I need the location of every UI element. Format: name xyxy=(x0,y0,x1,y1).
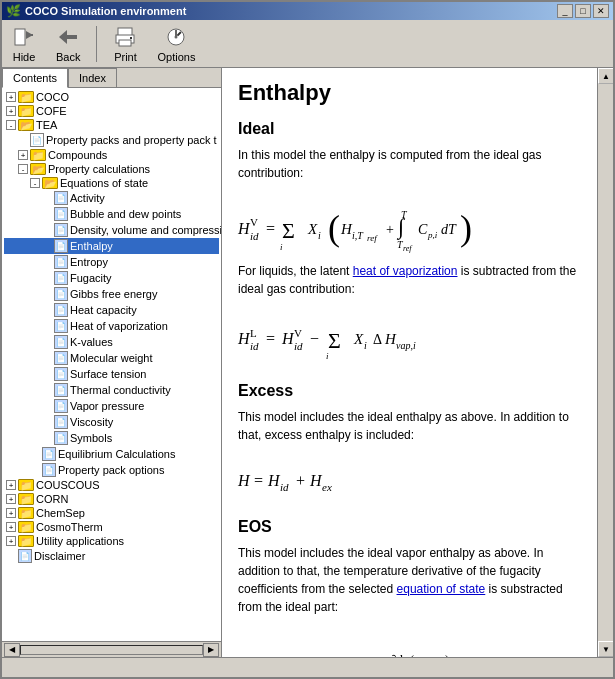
tree-label: Compounds xyxy=(48,149,107,161)
tree-item-corn[interactable]: + 📁 CORN xyxy=(4,492,219,506)
tree-item-property-calc[interactable]: - 📂 Property calculations xyxy=(4,162,219,176)
tree-item-density[interactable]: 📄 Density, volume and compressi xyxy=(4,222,219,238)
page-icon: 📄 xyxy=(18,549,32,563)
tree-item-heat-cap[interactable]: 📄 Heat capacity xyxy=(4,302,219,318)
svg-text:id: id xyxy=(280,481,289,493)
expand-icon[interactable]: + xyxy=(6,106,16,116)
page-icon: 📄 xyxy=(54,431,68,445)
page-icon: 📄 xyxy=(54,351,68,365)
tree-item-coco[interactable]: + 📁 COCO xyxy=(4,90,219,104)
tree-item-cofe[interactable]: + 📁 COFE xyxy=(4,104,219,118)
scroll-track[interactable] xyxy=(598,84,613,641)
tree-item-compounds[interactable]: + 📁 Compounds xyxy=(4,148,219,162)
section-eos-text: This model includes the ideal vapor enth… xyxy=(238,544,581,616)
toolbar-separator xyxy=(96,26,97,62)
expand-icon[interactable]: + xyxy=(6,522,16,532)
svg-text:id: id xyxy=(294,340,303,352)
page-icon: 📄 xyxy=(54,383,68,397)
svg-text:dT: dT xyxy=(441,222,457,237)
tree-item-chemsep[interactable]: + 📁 ChemSep xyxy=(4,506,219,520)
tree-item-eos[interactable]: - 📂 Equations of state xyxy=(4,176,219,190)
hscroll-right[interactable]: ▶ xyxy=(203,643,219,657)
tree-item-vapor-pressure[interactable]: 📄 Vapor pressure xyxy=(4,398,219,414)
expand-icon[interactable]: + xyxy=(6,508,16,518)
tree-label: Fugacity xyxy=(70,272,112,284)
tree-item-disclaimer[interactable]: 📄 Disclaimer xyxy=(4,548,219,564)
folder-icon: 📁 xyxy=(18,535,34,547)
hide-button[interactable]: Hide xyxy=(6,23,42,65)
folder-icon: 📂 xyxy=(30,163,46,175)
svg-text:i: i xyxy=(280,242,283,252)
tree-item-property-packs[interactable]: 📄 Property packs and property pack t xyxy=(4,132,219,148)
tree-item-mol-weight[interactable]: 📄 Molecular weight xyxy=(4,350,219,366)
tree-item-utility-apps[interactable]: + 📁 Utility applications xyxy=(4,534,219,548)
tree-item-heat-vap[interactable]: 📄 Heat of vaporization xyxy=(4,318,219,334)
tree-item-tea[interactable]: - 📂 TEA xyxy=(4,118,219,132)
tree-item-symbols[interactable]: 📄 Symbols xyxy=(4,430,219,446)
expand-icon[interactable]: + xyxy=(6,92,16,102)
tree-label: Heat of vaporization xyxy=(70,320,168,332)
tree-label: Activity xyxy=(70,192,105,204)
page-icon: 📄 xyxy=(42,447,56,461)
expand-icon[interactable]: - xyxy=(18,164,28,174)
expand-icon[interactable]: - xyxy=(30,178,40,188)
maximize-button[interactable]: □ xyxy=(575,4,591,18)
tree-item-cosmotherm[interactable]: + 📁 CosmoTherm xyxy=(4,520,219,534)
back-button[interactable]: Back xyxy=(50,23,86,65)
folder-icon: 📂 xyxy=(18,119,34,131)
tab-contents[interactable]: Contents xyxy=(2,68,68,88)
tree-item-gibbs[interactable]: 📄 Gibbs free energy xyxy=(4,286,219,302)
minimize-button[interactable]: _ xyxy=(557,4,573,18)
svg-text:vap,i: vap,i xyxy=(396,340,416,351)
tree-label: Property pack options xyxy=(58,464,164,476)
tree-label: COCO xyxy=(36,91,69,103)
formula-excess: H = H id + H ex xyxy=(238,452,581,504)
tree-item-k-values[interactable]: 📄 K-values xyxy=(4,334,219,350)
tree-item-equil-calc[interactable]: 📄 Equilibrium Calculations xyxy=(4,446,219,462)
scroll-down-button[interactable]: ▼ xyxy=(598,641,613,657)
print-button[interactable]: Print xyxy=(107,23,143,65)
content-title: Enthalpy xyxy=(238,80,581,106)
tree-label: Bubble and dew points xyxy=(70,208,181,220)
options-label: Options xyxy=(157,51,195,63)
tree-item-thermal-cond[interactable]: 📄 Thermal conductivity xyxy=(4,382,219,398)
link-equation-of-state[interactable]: equation of state xyxy=(397,582,486,596)
tree-label: Symbols xyxy=(70,432,112,444)
tree-item-couscous[interactable]: + 📁 COUSCOUS xyxy=(4,478,219,492)
tree-item-bubble-dew[interactable]: 📄 Bubble and dew points xyxy=(4,206,219,222)
tab-index[interactable]: Index xyxy=(68,68,117,87)
tree-item-activity[interactable]: 📄 Activity xyxy=(4,190,219,206)
expand-icon[interactable]: + xyxy=(6,480,16,490)
hscroll-track[interactable] xyxy=(20,645,203,655)
options-button[interactable]: Options xyxy=(151,23,201,65)
svg-text:C: C xyxy=(418,222,428,237)
page-icon: 📄 xyxy=(54,319,68,333)
expand-icon[interactable]: + xyxy=(18,150,28,160)
tree-item-prop-pack-opt[interactable]: 📄 Property pack options xyxy=(4,462,219,478)
tree-item-viscosity[interactable]: 📄 Viscosity xyxy=(4,414,219,430)
svg-text:−: − xyxy=(310,330,319,347)
hscroll-left[interactable]: ◀ xyxy=(4,643,20,657)
expand-icon[interactable]: + xyxy=(6,536,16,546)
page-icon: 📄 xyxy=(54,367,68,381)
toolbar: Hide Back Print xyxy=(2,20,613,68)
folder-icon: 📁 xyxy=(18,521,34,533)
scroll-up-button[interactable]: ▲ xyxy=(598,68,613,84)
tree-label: Gibbs free energy xyxy=(70,288,157,300)
app-icon: 🌿 xyxy=(6,4,21,18)
expand-icon[interactable]: - xyxy=(6,120,16,130)
hide-label: Hide xyxy=(13,51,36,63)
link-heat-vaporization[interactable]: heat of vaporization xyxy=(353,264,458,278)
tree-item-entropy[interactable]: 📄 Entropy xyxy=(4,254,219,270)
page-icon: 📄 xyxy=(54,271,68,285)
svg-text:V: V xyxy=(250,216,258,228)
svg-point-12 xyxy=(175,35,178,38)
tree-item-enthalpy[interactable]: 📄 Enthalpy xyxy=(4,238,219,254)
close-button[interactable]: ✕ xyxy=(593,4,609,18)
expand-icon[interactable]: + xyxy=(6,494,16,504)
tree-label: ChemSep xyxy=(36,507,85,519)
tree-label: CORN xyxy=(36,493,68,505)
tree-item-surface-tension[interactable]: 📄 Surface tension xyxy=(4,366,219,382)
content-scrollbar: ▲ ▼ xyxy=(597,68,613,657)
tree-item-fugacity[interactable]: 📄 Fugacity xyxy=(4,270,219,286)
